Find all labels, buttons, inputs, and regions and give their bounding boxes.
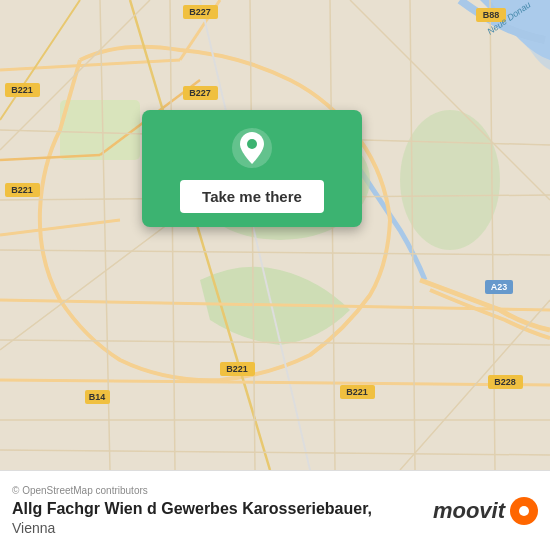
svg-text:B221: B221 [11,85,33,95]
svg-point-54 [247,139,257,149]
svg-text:B227: B227 [189,88,211,98]
map-pin-icon [230,126,274,170]
moovit-dot-center [519,506,529,516]
svg-text:B221: B221 [11,185,33,195]
moovit-logo: moovit [433,497,538,525]
svg-text:B88: B88 [483,10,500,20]
svg-point-3 [400,110,500,250]
svg-text:B14: B14 [89,392,106,402]
copyright-text: © OpenStreetMap contributors [12,485,538,496]
svg-text:B227: B227 [189,7,211,17]
take-me-there-button[interactable]: Take me there [180,180,324,213]
map-container: B221 B221 B227 B227 B88 B221 B221 B228 B… [0,0,550,470]
moovit-brand-text: moovit [433,498,505,524]
moovit-dot-icon [510,497,538,525]
map-svg: B221 B221 B227 B227 B88 B221 B221 B228 B… [0,0,550,470]
svg-text:B221: B221 [346,387,368,397]
location-card: Take me there [142,110,362,227]
svg-text:A23: A23 [491,282,508,292]
svg-text:B228: B228 [494,377,516,387]
svg-text:B221: B221 [226,364,248,374]
info-bar: © OpenStreetMap contributors Allg Fachgr… [0,470,550,550]
svg-rect-2 [60,100,140,160]
